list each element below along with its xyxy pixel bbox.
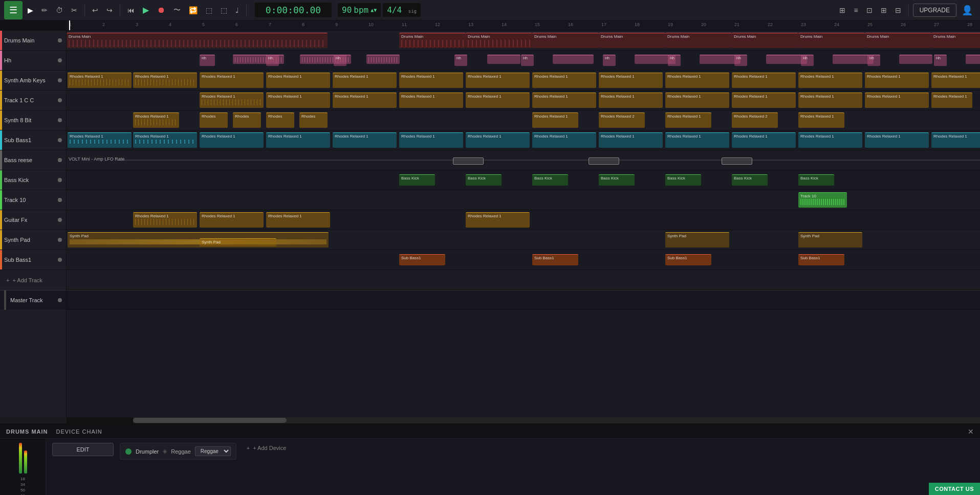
curve-button[interactable]: 〜 (170, 4, 184, 17)
sep3 (246, 4, 247, 16)
volume-knob-drums-main[interactable] (58, 38, 62, 42)
track-row-synth-pad[interactable]: Synth Pad Synth Pad Synth Pad Synth Pad (67, 230, 980, 250)
clip-drums-main-2[interactable]: Drums Main (399, 33, 466, 48)
clip-drums-main-1[interactable]: Drums Main (67, 33, 328, 48)
ruler: 1 2 3 4 5 6 7 8 9 10 11 12 13 14 15 16 1… (67, 20, 980, 31)
sig-label: sig (408, 9, 417, 14)
clip-drums-main-4[interactable]: Drums Main (532, 33, 599, 48)
device-name-label: Drumpler (136, 448, 159, 455)
volume-knob-master[interactable] (58, 298, 62, 302)
device-drumpler[interactable]: Drumpler ◈ Reggae Reggae (120, 443, 236, 460)
track-label-synth-amb[interactable]: Synth Amb Keys (0, 71, 66, 91)
view-btn-4[interactable]: ⊞ (878, 4, 890, 16)
level-meter-right (24, 451, 27, 474)
volume-knob-bass-kick[interactable] (58, 178, 62, 182)
track-label-bass-reese[interactable]: Bass reese (0, 150, 66, 170)
master-track-label[interactable]: Master Track (0, 290, 66, 310)
view-btn-1[interactable]: ⊞ (836, 4, 848, 16)
rewind-button[interactable]: ⏮ (124, 4, 138, 16)
device-preset-label: Reggae (171, 448, 191, 455)
volume-knob-sub-bass1[interactable] (58, 138, 62, 142)
volume-knob-hh[interactable] (58, 58, 62, 62)
bpm-display: 90 bpm ▲▼ (338, 3, 381, 17)
track-row-drums-main[interactable]: Drums Main Drums Main Drums Main Drums M… (67, 31, 980, 51)
clip-sub-bass1-1[interactable]: Sub Bass1 (399, 254, 445, 265)
clip-drums-main-3[interactable]: Drums Main (466, 33, 532, 48)
pencil-tool[interactable]: ✏ (38, 4, 51, 16)
track-label-guitar-fx[interactable]: Guitar Fx (0, 210, 66, 230)
clip-hh-1[interactable]: Hh (200, 55, 215, 66)
tracks-area: Drums Main Hh Synth Amb Keys Track 1 C C (0, 31, 980, 417)
volume-knob-synth8bit[interactable] (58, 118, 62, 122)
scissors-tool[interactable]: ✂ (68, 4, 80, 16)
track-label-synth-pad[interactable]: Synth Pad (0, 230, 66, 250)
user-avatar[interactable]: 👤 (959, 3, 976, 18)
horizontal-scrollbar[interactable] (67, 417, 980, 423)
track-label-sub-bass1[interactable]: Sub Bass1 (0, 130, 66, 150)
track-row-bass-kick[interactable]: Bass Kick Bass Kick Bass Kick Bass Kick … (67, 170, 980, 190)
automation-node-2[interactable] (589, 158, 619, 165)
volume-knob-track1cc[interactable] (58, 98, 62, 102)
track-row-bass-reese[interactable]: VOLT Mini - Amp LFO Rate (67, 150, 980, 170)
upgrade-button[interactable]: UPGRADE (913, 4, 956, 17)
track-row-synth8bit[interactable]: Rhodes Relaxed 1 Rhodes Rhodes Rhodes Rh… (67, 110, 980, 130)
track-row-guitar-fx[interactable]: Rhodes Relaxed 1 Rhodes Relaxed 1 Rhodes… (67, 210, 980, 230)
contact-us-button[interactable]: CONTACT US (929, 483, 980, 495)
metronome-button[interactable]: ♩ (232, 4, 242, 16)
device-preset-dropdown[interactable]: Reggae (195, 446, 231, 456)
sep2 (120, 4, 120, 16)
view-btn-2[interactable]: ≡ (851, 4, 861, 16)
add-device-button[interactable]: + + Add Device (243, 443, 291, 453)
view-btn-5[interactable]: ⊟ (892, 4, 904, 16)
clip-drums-main-5[interactable]: Drums Main (599, 33, 665, 48)
volume-knob-guitar-fx[interactable] (58, 218, 62, 222)
clock-tool[interactable]: ⏱ (53, 4, 66, 16)
play-button[interactable]: ▶ (140, 3, 152, 17)
toolbar: ☰ ▶ ✏ ⏱ ✂ ↩ ↪ ⏮ ▶ ⏺ 〜 🔁 ⬚ ⬚ ♩ 0:00:00.00… (0, 0, 980, 20)
master-track-timeline (67, 290, 980, 310)
track-label-track1cc[interactable]: Track 1 C C (0, 91, 66, 110)
automation-node-1[interactable] (453, 158, 484, 165)
track-row-synth-amb[interactable]: Rhodes Relaxed 1 Rhodes Relaxed 1 Rhodes… (67, 71, 980, 91)
edit-button[interactable]: EDIT (52, 443, 114, 456)
track-row-track10[interactable]: Track 10 (67, 190, 980, 210)
bpm-label: bpm (354, 5, 368, 15)
timeline[interactable]: Drums Main Drums Main Drums Main Drums M… (67, 31, 980, 417)
loop-button[interactable]: 🔁 (186, 4, 201, 16)
time-display: 0:00:00.00 (255, 3, 332, 17)
device-chain-label: DEVICE CHAIN (56, 429, 102, 435)
track-label-bass-kick[interactable]: Bass Kick (0, 170, 66, 190)
track-row-track1cc[interactable]: Rhodes Relaxed 1 Rhodes Relaxed 1 Rhodes… (67, 91, 980, 110)
bpm-arrows[interactable]: ▲▼ (371, 7, 377, 13)
track-label-sub-bass1-b[interactable]: Sub Bass1 (0, 250, 66, 270)
automation-node-3[interactable] (722, 158, 752, 165)
track-row-sub-bass1[interactable]: Rhodes Relaxed 1 Rhodes Relaxed 1 Rhodes… (67, 130, 980, 150)
undo-button[interactable]: ↩ (89, 4, 101, 16)
menu-button[interactable]: ☰ (4, 1, 23, 19)
volume-knob-track10[interactable] (58, 198, 62, 202)
device-power-button[interactable] (125, 448, 132, 455)
volume-knob-synth-pad[interactable] (58, 238, 62, 242)
clip-track10[interactable]: Track 10 (798, 192, 847, 208)
bottom-panel-content: 18 34 50 66 80 MUTE SOLO 🥁 ♩ (0, 439, 980, 495)
track-label-synth8bit[interactable]: Synth 8 Bit (0, 110, 66, 130)
sig-value: 4/4 (387, 5, 402, 15)
mark-out-button[interactable]: ⬚ (217, 4, 230, 16)
clip-bass-kick-1[interactable]: Bass Kick (399, 174, 435, 186)
view-btn-3[interactable]: ⊡ (863, 4, 876, 16)
add-track-timeline (67, 270, 980, 290)
cursor-tool[interactable]: ▶ (25, 4, 36, 16)
mark-in-button[interactable]: ⬚ (203, 4, 215, 16)
track-label-track10[interactable]: Track 10 (0, 190, 66, 210)
track-row-sub-bass1-b[interactable]: Sub Bass1 Sub Bass1 Sub Bass1 Sub Bass1 (67, 250, 980, 270)
track-row-hh[interactable]: Hh Hh Hh (67, 51, 980, 71)
close-bottom-panel-button[interactable]: ✕ (968, 428, 974, 436)
redo-button[interactable]: ↪ (103, 4, 116, 16)
volume-knob-bass-reese[interactable] (58, 158, 62, 162)
track-label-hh[interactable]: Hh (0, 51, 66, 71)
volume-knob-synth-amb[interactable] (58, 78, 62, 82)
add-track-button[interactable]: + + Add Track (0, 270, 66, 290)
track-label-drums-main[interactable]: Drums Main (0, 31, 66, 51)
record-button[interactable]: ⏺ (154, 4, 168, 17)
volume-knob-sub-bass1-b[interactable] (58, 258, 62, 262)
